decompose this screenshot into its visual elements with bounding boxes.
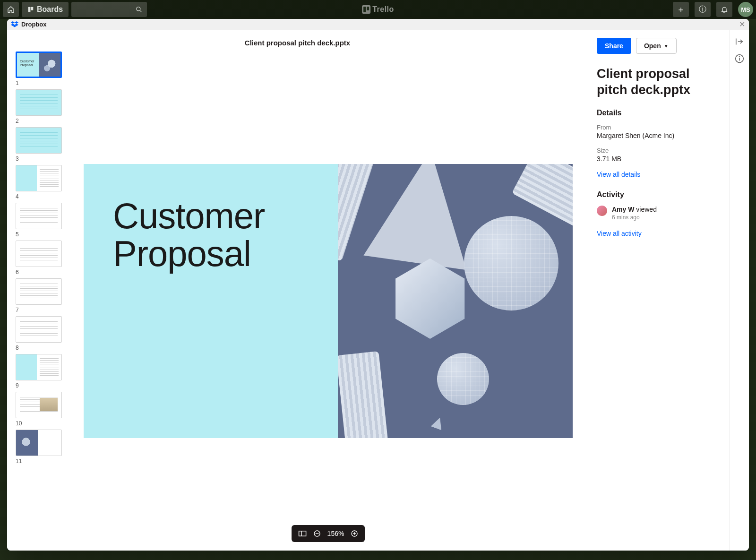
trello-logo-icon	[362, 5, 370, 14]
slide-title: Customer Proposal	[113, 197, 338, 273]
zoom-out-icon	[313, 530, 321, 537]
share-button[interactable]: Share	[597, 38, 631, 54]
thumbnail-10[interactable]: 10	[16, 392, 63, 427]
thumbnail-6[interactable]: 6	[16, 241, 63, 276]
dropbox-preview-modal: Dropbox ✕ Client proposal pitch deck.ppt…	[7, 19, 749, 551]
zoom-level: 156%	[327, 530, 344, 537]
thumbnail-9[interactable]: 9	[16, 354, 63, 389]
file-info-button[interactable]	[735, 54, 744, 63]
user-avatar[interactable]: MS	[738, 2, 753, 17]
slide-right-panel	[338, 164, 573, 438]
modal-titlebar: Dropbox ✕	[7, 19, 749, 30]
info-button[interactable]: ⓘ	[695, 2, 711, 17]
info-icon	[735, 54, 744, 63]
thumbnail-11[interactable]: 11	[16, 430, 63, 465]
sidebar-file-name: Client proposal pitch deck.pptx	[597, 66, 721, 98]
thumbnail-3[interactable]: 3	[16, 127, 63, 162]
details-sidebar: Share Open ▼ Client proposal pitch deck.…	[588, 30, 730, 551]
add-button[interactable]: ＋	[673, 2, 689, 17]
view-all-activity-link[interactable]: View all activity	[597, 230, 642, 237]
activity-item: Amy W viewed 6 mins ago	[597, 206, 721, 221]
svg-rect-3	[299, 531, 306, 536]
zoom-toolbar: 156%	[292, 525, 365, 542]
trello-background: Boards Trello ＋ ⓘ MS Dropbox	[0, 0, 756, 560]
boards-button[interactable]: Boards	[22, 2, 69, 17]
svg-point-2	[137, 7, 140, 11]
svg-rect-0	[28, 7, 31, 12]
thumbnail-7[interactable]: 7	[16, 278, 63, 313]
zoom-out-button[interactable]	[313, 530, 321, 537]
search-icon	[136, 6, 142, 13]
dropbox-brand: Dropbox	[11, 21, 46, 28]
bell-icon	[721, 6, 728, 13]
preview-column: Client proposal pitch deck.pptx Customer…	[7, 30, 588, 551]
from-value: Margaret Shen (Acme Inc)	[597, 132, 721, 139]
dropbox-icon	[11, 21, 18, 28]
fit-width-button[interactable]	[298, 530, 307, 537]
thumbnail-4[interactable]: 4	[16, 165, 63, 200]
chevron-down-icon: ▼	[664, 43, 669, 49]
thumbnail-2[interactable]: 2	[16, 89, 63, 124]
open-button[interactable]: Open ▼	[636, 38, 677, 54]
size-value: 3.71 MB	[597, 155, 721, 163]
plus-icon: ＋	[677, 4, 685, 15]
svg-point-13	[739, 56, 740, 57]
activity-heading: Activity	[597, 190, 721, 199]
details-heading: Details	[597, 109, 721, 117]
collapse-sidebar-button[interactable]	[735, 38, 744, 45]
cylinder-shape	[338, 351, 391, 438]
close-button[interactable]: ✕	[739, 21, 745, 28]
search-input[interactable]	[71, 2, 147, 17]
wiresphere-small-shape	[437, 353, 489, 405]
activity-avatar	[597, 206, 607, 216]
info-icon: ⓘ	[699, 5, 706, 15]
zoom-in-button[interactable]	[351, 530, 358, 537]
size-label: Size	[597, 147, 721, 154]
activity-text: Amy W viewed	[612, 206, 657, 213]
slide-1: Customer Proposal	[84, 164, 573, 438]
polyhedron-shape	[390, 258, 470, 339]
trello-header: Boards Trello ＋ ⓘ MS	[0, 0, 756, 19]
thumbnail-5[interactable]: 5	[16, 203, 63, 238]
collapse-icon	[735, 38, 744, 45]
slide-left-panel: Customer Proposal	[84, 164, 338, 438]
thumbnail-1[interactable]: CustomerProposal 1	[16, 52, 63, 86]
close-icon: ✕	[739, 20, 745, 28]
small-shape	[431, 416, 446, 431]
zoom-in-icon	[351, 530, 358, 537]
boards-icon	[27, 6, 34, 13]
right-rail	[730, 30, 749, 551]
notifications-button[interactable]	[716, 2, 732, 17]
boards-label: Boards	[37, 5, 63, 14]
home-button[interactable]	[3, 2, 19, 17]
activity-time: 6 mins ago	[612, 214, 657, 221]
svg-rect-1	[31, 7, 34, 10]
from-label: From	[597, 124, 721, 131]
fit-width-icon	[298, 530, 307, 537]
slide-canvas[interactable]: Customer Proposal	[69, 52, 588, 551]
view-all-details-link[interactable]: View all details	[597, 171, 640, 178]
thumbnail-8[interactable]: 8	[16, 316, 63, 351]
wiresphere-shape	[464, 216, 558, 310]
trello-logo: Trello	[362, 5, 394, 14]
file-title: Client proposal pitch deck.pptx	[7, 30, 588, 52]
thumbnail-strip[interactable]: CustomerProposal 1 2 3 4 5 6 7 8 9 10 11	[7, 52, 69, 551]
